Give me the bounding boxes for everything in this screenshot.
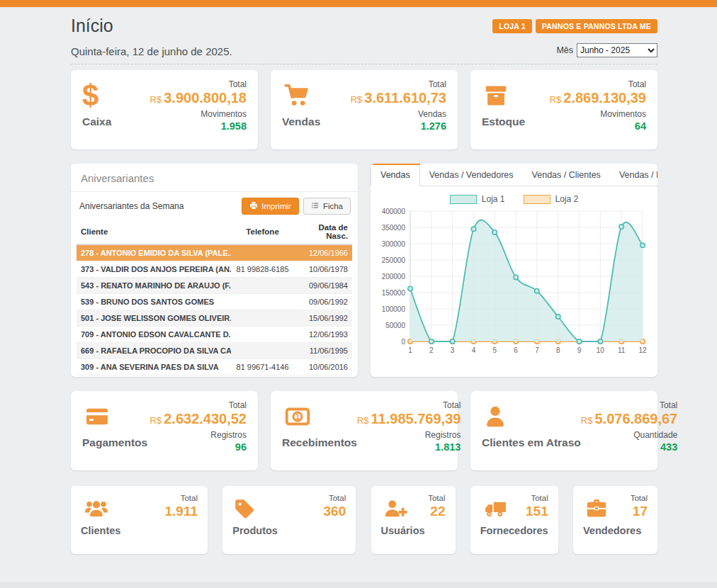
svg-text:8: 8 xyxy=(556,346,560,354)
birthday-row[interactable]: 373 - VALDIR DOS ANJOS PEREIRA (AN...81 … xyxy=(77,261,352,278)
birthdays-panel: Aniversariantes Aniversariantes da Seman… xyxy=(71,164,358,377)
total-value: 2.632.430,52 xyxy=(164,411,247,426)
svg-text:7: 7 xyxy=(535,346,539,354)
stats-row-2: Pagamentos Total R$2.632.430,52 Registro… xyxy=(71,391,657,470)
birthday-row[interactable]: 543 - RENATO MARINHO DE ARAUJO (F...09/0… xyxy=(77,278,352,294)
card-label: Clientes xyxy=(81,525,198,536)
loja2-swatch-icon xyxy=(524,195,551,204)
birthday-row[interactable]: 709 - ANTONIO EDSON CAVALCANTE D...12/06… xyxy=(77,327,352,343)
svg-text:11: 11 xyxy=(618,346,626,354)
svg-text:1: 1 xyxy=(408,346,412,354)
clientes-em-atraso-card: Clientes em Atraso Total R$5.076.869,67 … xyxy=(470,391,657,470)
ficha-button[interactable]: Ficha xyxy=(303,198,351,215)
svg-text:50000: 50000 xyxy=(385,322,405,329)
currency-prefix: R$ xyxy=(357,415,369,426)
total-value: 22 xyxy=(428,504,445,519)
company-button[interactable]: PANNOS E PANNOS LTDA ME xyxy=(536,19,657,33)
summary-row: Clientes Total 1.911 Produtos Total 360 … xyxy=(71,486,657,554)
header-buttons: LOJA 1 PANNOS E PANNOS LTDA ME xyxy=(492,19,657,33)
ficha-button-label: Ficha xyxy=(323,202,343,210)
birthday-row[interactable]: 539 - BRUNO DOS SANTOS GOMES09/06/1992 xyxy=(77,294,352,310)
produtos-card: Produtos Total 360 xyxy=(222,486,356,554)
print-button[interactable]: Imprimir xyxy=(242,198,299,215)
card-label: Clientes em Atraso xyxy=(482,436,581,449)
month-picker: Mês Junho - 2025 xyxy=(556,43,657,57)
bottom-strip xyxy=(0,582,717,588)
sales-tabs: Vendas Vendas / Vendedores Vendas / Clie… xyxy=(371,164,657,186)
vendas-card: Vendas Total R$3.611.610,73 Vendas 1.276 xyxy=(271,70,458,149)
svg-text:100000: 100000 xyxy=(382,305,406,313)
svg-text:9: 9 xyxy=(577,346,582,354)
box-icon xyxy=(482,79,525,112)
birthdays-table: Cliente Telefone Data de Nasc. 278 - ANT… xyxy=(77,220,352,375)
birthday-row[interactable]: 669 - RAFAELA PROCOPIO DA SILVA CA...11/… xyxy=(77,343,352,359)
total-label: Total xyxy=(526,494,548,502)
total-label: Total xyxy=(165,494,198,502)
svg-text:200000: 200000 xyxy=(382,273,406,281)
pagamentos-card: Pagamentos Total R$2.632.430,52 Registro… xyxy=(71,391,258,470)
current-date: Quinta-feira, 12 de junho de 2025. xyxy=(71,45,232,57)
count-value: 1.958 xyxy=(150,120,247,132)
total-value: 3.900.800,18 xyxy=(164,90,247,106)
tab-vendas-clientes[interactable]: Vendas / Clientes xyxy=(523,164,610,186)
dashboard-content: Início LOJA 1 PANNOS E PANNOS LTDA ME Qu… xyxy=(71,7,657,554)
loja1-swatch-icon xyxy=(450,195,477,204)
list-icon xyxy=(311,201,320,211)
svg-text:350000: 350000 xyxy=(382,224,406,232)
store-button[interactable]: LOJA 1 xyxy=(492,19,532,33)
total-label: Total xyxy=(324,494,346,502)
total-label: Total xyxy=(550,79,646,89)
card-label: Usuários xyxy=(381,525,446,536)
svg-text:400000: 400000 xyxy=(382,208,406,215)
currency-prefix: R$ xyxy=(351,94,363,105)
total-label: Total xyxy=(150,79,247,89)
total-label: Total xyxy=(357,400,461,410)
total-value: 1.911 xyxy=(165,504,198,519)
column-header-data-nasc: Data de Nasc. xyxy=(294,220,352,244)
legend-item-loja2[interactable]: Loja 2 xyxy=(524,194,579,204)
month-label: Mês xyxy=(556,45,573,55)
currency-prefix: R$ xyxy=(150,415,162,426)
count-label: Registros xyxy=(357,430,461,440)
svg-text:10: 10 xyxy=(597,346,605,354)
total-label: Total xyxy=(631,494,648,502)
tab-vendas[interactable]: Vendas xyxy=(371,164,420,186)
birthday-row[interactable]: 501 - JOSE WELISSON GOMES OLIVEIR...15/0… xyxy=(77,310,352,327)
birthdays-panel-title: Aniversariantes xyxy=(71,164,358,192)
currency-prefix: R$ xyxy=(150,94,162,105)
legend-item-loja1[interactable]: Loja 1 xyxy=(450,194,505,204)
total-label: Total xyxy=(581,400,677,410)
column-header-cliente: Cliente xyxy=(77,220,231,244)
total-value: 2.869.130,39 xyxy=(563,90,646,106)
birthday-row[interactable]: 309 - ANA SEVERINA PAES DA SILVA81 99671… xyxy=(77,359,352,375)
card-label: Caixa xyxy=(82,115,111,128)
total-value: 17 xyxy=(631,504,648,519)
recebimentos-card: 1 Recebimentos Total R$11.985.769,39 Reg… xyxy=(271,391,458,470)
count-value: 433 xyxy=(581,441,677,453)
card-label: Pagamentos xyxy=(82,436,147,449)
birthdays-subtitle: Aniversariantes da Semana xyxy=(79,201,184,211)
month-select[interactable]: Junho - 2025 xyxy=(577,43,657,57)
estoque-card: Estoque Total R$2.869.130,39 Movimentos … xyxy=(470,70,657,149)
birthdays-table-header: Cliente Telefone Data de Nasc. xyxy=(77,220,352,244)
count-label: Vendas xyxy=(351,109,446,119)
birthday-row[interactable]: 278 - ANTONIO EMIDIO DA SILVA (PALE...12… xyxy=(77,244,352,261)
total-value: 360 xyxy=(324,504,346,519)
total-label: Total xyxy=(351,79,446,89)
stats-row-1: Caixa Total R$3.900.800,18 Movimentos 1.… xyxy=(71,70,657,149)
column-header-telefone: Telefone xyxy=(231,220,294,244)
card-label: Estoque xyxy=(482,115,525,128)
card-label: Produtos xyxy=(232,525,346,536)
date-row: Quinta-feira, 12 de junho de 2025. Mês J… xyxy=(71,43,657,64)
total-value: 11.985.769,39 xyxy=(371,411,461,426)
tab-vendas-vendedores[interactable]: Vendas / Vendedores xyxy=(420,164,523,186)
top-accent-bar xyxy=(0,0,717,7)
svg-text:150000: 150000 xyxy=(382,289,406,297)
sales-chart-panel: Vendas Vendas / Vendedores Vendas / Clie… xyxy=(371,164,657,377)
print-button-label: Imprimir xyxy=(261,202,291,210)
legend-label-loja1: Loja 1 xyxy=(482,194,505,204)
caixa-card: Caixa Total R$3.900.800,18 Movimentos 1.… xyxy=(71,70,258,149)
cart-icon xyxy=(282,79,320,112)
tab-vendas-produtos[interactable]: Vendas / Produtos xyxy=(610,164,657,186)
total-label: Total xyxy=(150,400,247,410)
